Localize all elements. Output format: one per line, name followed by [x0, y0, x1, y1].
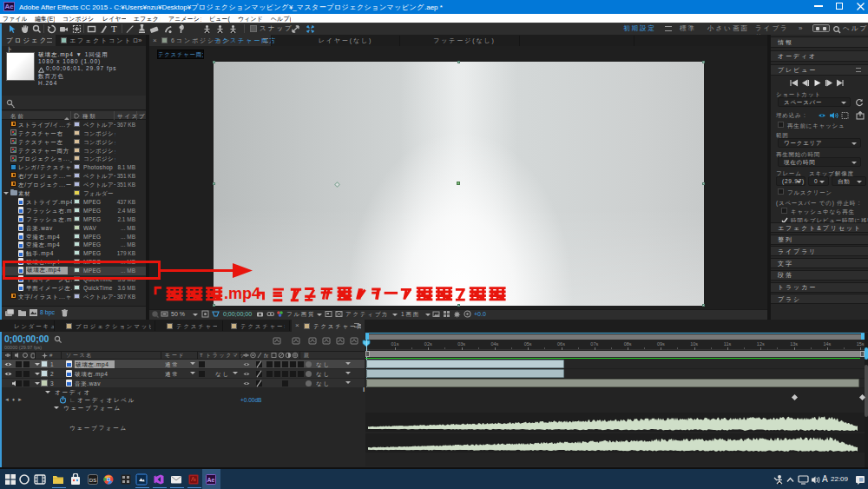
svg-text:.mp4: .mp4 [224, 285, 260, 302]
